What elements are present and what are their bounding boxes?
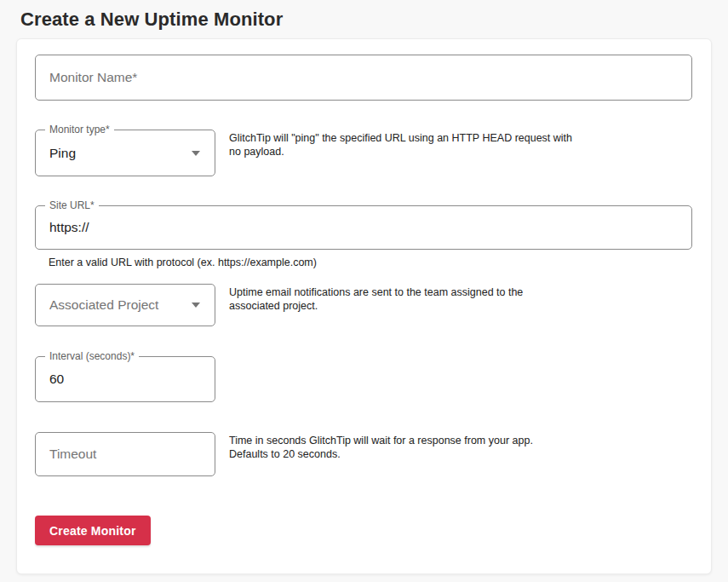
create-monitor-button[interactable]: Create Monitor — [35, 516, 151, 545]
page-title: Create a New Uptime Monitor — [20, 9, 728, 31]
timeout-help-text: Time in seconds GlitchTip will wait for … — [229, 432, 574, 461]
interval-input[interactable] — [36, 357, 215, 401]
associated-project-row: Associated Project Uptime email notifica… — [35, 284, 692, 326]
monitor-type-value: Ping — [36, 146, 192, 161]
uptime-monitor-form-card: Monitor type* Ping GlitchTip will "ping"… — [16, 38, 712, 574]
interval-label: Interval (seconds)* — [45, 350, 139, 362]
timeout-field — [35, 432, 215, 476]
interval-field: Interval (seconds)* — [35, 356, 215, 402]
interval-row: Interval (seconds)* — [35, 356, 692, 402]
timeout-row: Time in seconds GlitchTip will wait for … — [35, 432, 692, 476]
site-url-hint: Enter a valid URL with protocol (ex. htt… — [49, 256, 692, 269]
monitor-name-input[interactable] — [36, 55, 691, 100]
monitor-name-field — [35, 55, 692, 101]
monitor-type-row: Monitor type* Ping GlitchTip will "ping"… — [35, 130, 692, 176]
site-url-row: Site URL* Enter a valid URL with protoco… — [35, 205, 692, 269]
chevron-down-icon — [192, 151, 200, 156]
chevron-down-icon — [192, 303, 200, 308]
associated-project-help-text: Uptime email notifications are sent to t… — [229, 284, 574, 313]
associated-project-select[interactable]: Associated Project — [35, 284, 215, 326]
monitor-type-select[interactable]: Monitor type* Ping — [35, 130, 215, 176]
associated-project-placeholder: Associated Project — [36, 297, 192, 313]
site-url-label: Site URL* — [45, 199, 99, 211]
timeout-input[interactable] — [36, 433, 215, 475]
monitor-type-help-text: GlitchTip will "ping" the specified URL … — [229, 130, 574, 158]
site-url-input[interactable] — [36, 206, 691, 249]
monitor-type-label: Monitor type* — [45, 124, 114, 135]
monitor-name-row — [35, 55, 692, 101]
site-url-field: Site URL* — [35, 205, 692, 250]
